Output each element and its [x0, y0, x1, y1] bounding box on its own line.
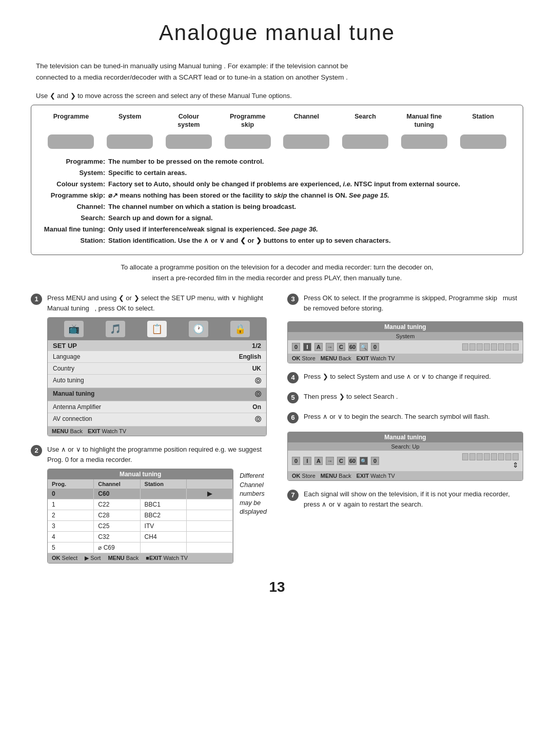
tuning-table-footer: OK Select ▶ Sort MENU Back ■EXIT Watch T…	[48, 553, 233, 563]
box-arr-6: →	[326, 457, 334, 465]
tuning-footer-ok: OK Select	[52, 555, 77, 561]
setup-val-autotuning: Ⓞ	[255, 377, 261, 385]
tuning-footer-menu-6: MENU Back	[321, 473, 351, 479]
desc-colour: Colour system: Factory set to Auto, shou…	[42, 179, 512, 190]
row0-station	[141, 489, 187, 499]
col-station-header: Station	[141, 479, 187, 489]
col-arrow-header	[187, 479, 233, 489]
sig-bar-5	[491, 343, 497, 351]
intro-paragraph: The television can be tuned-in manually …	[31, 61, 523, 83]
setup-icons: 📺 🎵 📋 🕐 🔒	[48, 318, 266, 340]
col-channel-header: Channel	[94, 479, 140, 489]
setup-val-country: UK	[252, 365, 261, 372]
box-search-6: 🔍	[360, 457, 368, 465]
setup-footer-exit: EXIT Watch TV	[88, 428, 126, 434]
sig6-bar-8	[512, 453, 519, 460]
box-0b-6: 0	[371, 457, 379, 465]
desc-fine-tuning: Manual fine tuning: Only used if interfe…	[42, 224, 512, 235]
tuning-footer-exit: ■EXIT Watch TV	[146, 555, 188, 561]
row4-arrow	[187, 532, 233, 542]
setup-label-av: AV connection	[53, 415, 92, 424]
different-channel-note: DifferentChannelnumbersmay bedisplayed	[240, 472, 267, 517]
options-header: Programme System Coloursystem Programmes…	[42, 112, 512, 129]
col-prog-header: Prog.	[48, 479, 94, 489]
btn-prog-skip	[225, 134, 271, 149]
desc-search: Search: Search up and down for a signal.	[42, 212, 512, 224]
setup-label-language: Language	[53, 353, 80, 360]
col-programme: Programme	[50, 112, 91, 129]
box-c-6: C	[337, 457, 345, 465]
table-row-3: 3 C25 ITV	[48, 521, 233, 532]
steps-grid: 1 Press MENU and using ❮ or ❯ select the…	[31, 293, 523, 564]
row1-arrow	[187, 499, 233, 510]
tuning-footer-sort: ▶ Sort	[85, 555, 101, 561]
step-4-header: 4 Press ❯ to select System and use ∧ or …	[287, 372, 523, 383]
desc-station: Station: Station identification. Use the…	[42, 235, 512, 246]
setup-row-autotuning: Auto tuning Ⓞ	[48, 375, 266, 388]
table-row-5: 5 ⌀ C69	[48, 542, 233, 553]
tuning-bar-screen-6: Manual tuning Search: Up 0 I A → C 60 🔍 …	[287, 432, 523, 481]
sig6-bar-5	[491, 453, 497, 460]
step-5-text: Then press ❯ to select Search .	[304, 392, 398, 402]
col-colour: Coloursystem	[168, 112, 209, 129]
col-prog-skip: Programmeskip	[227, 112, 268, 129]
tuning-bar-row-3: 0 I A → C 60 🔍 0	[288, 340, 523, 354]
sig-bar-3	[477, 343, 483, 351]
search-up-arrow: ⇕	[512, 461, 519, 469]
row4-station: CH4	[141, 532, 187, 542]
box-a-3: A	[314, 343, 323, 351]
signal-area-6: ⇕	[382, 453, 519, 469]
table-row-2: 2 C28 BBC2	[48, 510, 233, 521]
left-column: 1 Press MENU and using ❮ or ❯ select the…	[31, 293, 267, 564]
icon-lock: 🔒	[230, 321, 250, 337]
row3-channel: C25	[94, 521, 140, 531]
setup-val-language: English	[239, 353, 261, 360]
setup-row-antenna: Antenna Amplifier On	[48, 401, 266, 413]
sig6-bar-7	[505, 453, 511, 460]
signal-bars-6	[462, 453, 519, 460]
setup-val-av: Ⓞ	[255, 415, 261, 424]
step-7-number: 7	[287, 490, 299, 501]
tuning-footer-3: OK Store MENU Back EXIT Watch TV	[288, 354, 523, 363]
right-column: 3 Press OK to select. If the programme i…	[287, 293, 523, 564]
step-1-header: 1 Press MENU and using ❮ or ❯ select the…	[31, 293, 267, 313]
step-6-text: Press ∧ or ∨ to begin the search. The se…	[304, 412, 490, 422]
row3-station: ITV	[141, 521, 187, 531]
row5-channel: ⌀ C69	[94, 542, 140, 553]
step-3-text: Press OK to select. If the programme is …	[304, 293, 523, 313]
sig6-bar-6	[498, 453, 504, 460]
step-2: 2 Use ∧ or ∨ to highlight the programme …	[31, 444, 267, 564]
setup-row-av: AV connection Ⓞ	[48, 413, 266, 427]
tuning-bar-screen-3: Manual tuning System 0 I A → C 60 🔍 0	[287, 321, 523, 363]
tuning-bar-title-3: Manual tuning	[288, 322, 523, 332]
options-box: Programme System Coloursystem Programmes…	[31, 105, 523, 255]
step-2-text: Use ∧ or ∨ to highlight the programme po…	[47, 444, 267, 464]
sig6-bar-3	[477, 453, 483, 460]
setup-page: 1/2	[252, 342, 261, 350]
allocate-text: To allocate a programme position on the …	[31, 262, 523, 284]
setup-footer-menu: MENU Back	[52, 428, 83, 434]
desc-system: System: Specific to certain areas.	[42, 167, 512, 179]
tuning-bar-title-6: Manual tuning	[288, 432, 523, 442]
sig-bar-4	[484, 343, 490, 351]
row2-station: BBC2	[141, 510, 187, 520]
step-5-header: 5 Then press ❯ to select Search .	[287, 392, 523, 403]
step-2-content: Manual tuning Prog. Channel Station 0 C6…	[31, 469, 267, 564]
signal-bars-3	[382, 343, 519, 351]
step-5-number: 5	[287, 392, 299, 403]
sig6-bar-1	[462, 453, 468, 460]
sig6-bar-4	[484, 453, 490, 460]
option-descriptions: Programme: The number to be pressed on t…	[42, 156, 512, 247]
step-7-text: Each signal will show on the television,…	[304, 489, 523, 509]
setup-title-bar: SET UP 1/2	[48, 340, 266, 351]
box-i-3: I	[303, 343, 311, 351]
row2-arrow	[187, 510, 233, 520]
tuning-table-screen: Manual tuning Prog. Channel Station 0 C6…	[47, 469, 233, 564]
sig-bar-1	[462, 343, 468, 351]
btn-fine-tuning	[401, 134, 447, 149]
step-2-number: 2	[31, 445, 42, 456]
sig-bar-8	[512, 343, 519, 351]
tuning-table-body: 0 C60 ▶ 1 C22 BBC1 2	[48, 489, 233, 553]
tuning-footer-exit-3: EXIT Watch TV	[357, 355, 395, 361]
setup-label-country: Country	[53, 365, 74, 372]
